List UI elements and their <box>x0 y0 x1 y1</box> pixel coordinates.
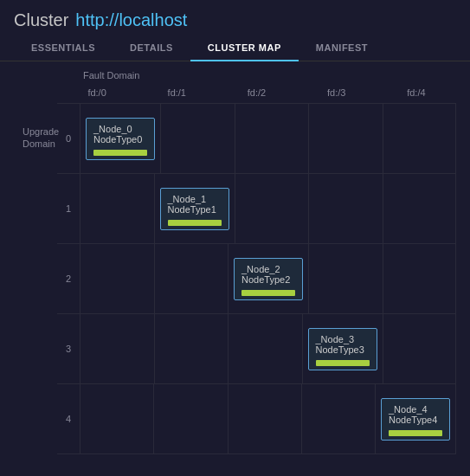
node-type-4: NodeType4 <box>389 415 437 425</box>
cell-2-4 <box>383 244 457 313</box>
cell-0-2 <box>235 104 309 173</box>
col-header-1: fd:/1 <box>137 84 216 101</box>
grid-row-1: 1 _Node_1 NodeType1 <box>57 173 456 243</box>
cell-4-2 <box>228 384 301 453</box>
cell-3-0 <box>80 314 154 383</box>
nav-details[interactable]: DETAILS <box>113 35 190 61</box>
nav-essentials[interactable]: ESSENTIALS <box>14 35 113 61</box>
col-header-2: fd:/2 <box>216 84 296 101</box>
cell-1-0 <box>80 174 154 243</box>
row-1-cells: _Node_1 NodeType1 <box>80 174 456 243</box>
cell-1-3 <box>308 174 383 243</box>
node-card-3[interactable]: _Node_3 NodeType3 <box>308 328 377 370</box>
cell-4-3 <box>301 384 375 453</box>
cell-0-0: _Node_0 NodeType0 <box>80 104 160 173</box>
upgrade-domain-text-line1: Upgrade <box>23 125 48 138</box>
cell-0-1 <box>160 104 235 173</box>
cell-4-0 <box>80 384 153 453</box>
cell-2-0 <box>80 244 154 313</box>
node-type-3: NodeType3 <box>316 344 364 355</box>
grid-area: fd:/0 fd:/1 fd:/2 fd:/3 fd:/4 0 _Node_0 … <box>57 84 456 454</box>
column-headers: fd:/0 fd:/1 fd:/2 fd:/3 fd:/4 <box>57 84 456 101</box>
row-label-3: 3 <box>57 314 80 383</box>
node-bar-4 <box>389 430 442 436</box>
nav-manifest[interactable]: MANIFEST <box>299 35 385 61</box>
node-name-1: _Node_1 <box>168 194 207 204</box>
node-bar-2 <box>241 290 295 296</box>
cell-2-3 <box>308 244 383 313</box>
row-4-cells: _Node_4 NodeType4 <box>80 384 456 453</box>
upgrade-domain-label: Upgrade Domain <box>14 84 57 454</box>
node-type-0: NodeType0 <box>93 134 142 145</box>
node-card-1[interactable]: _Node_1 NodeType1 <box>160 188 229 230</box>
node-name-3: _Node_3 <box>316 334 355 344</box>
node-card-4[interactable]: _Node_4 NodeType4 <box>381 398 450 441</box>
cell-3-2 <box>228 314 302 383</box>
cell-0-3 <box>308 104 383 173</box>
node-card-0[interactable]: _Node_0 NodeType0 <box>86 118 155 160</box>
col-header-4: fd:/4 <box>377 84 456 101</box>
row-label-0: 0 <box>57 104 80 173</box>
header-url: http://localhost <box>75 10 187 30</box>
navigation-bar: ESSENTIALS DETAILS CLUSTER MAP MANIFEST <box>0 35 470 61</box>
cell-3-1 <box>154 314 229 383</box>
row-0-cells: _Node_0 NodeType0 <box>80 104 456 173</box>
grid-row-4: 4 _Node_4 NodeType4 <box>57 383 456 454</box>
cell-3-4 <box>383 314 457 383</box>
node-name-4: _Node_4 <box>389 404 428 415</box>
cell-4-1 <box>153 384 227 453</box>
cell-1-4 <box>383 174 457 243</box>
row-3-cells: _Node_3 NodeType3 <box>80 314 456 383</box>
cell-1-2 <box>235 174 309 243</box>
node-type-2: NodeType2 <box>241 274 290 285</box>
row-label-1: 1 <box>57 174 80 243</box>
node-bar-3 <box>316 360 370 366</box>
node-name-0: _Node_0 <box>93 124 132 134</box>
row-label-4: 4 <box>57 384 80 453</box>
main-content: Fault Domain Upgrade Domain fd:/0 fd:/1 … <box>0 61 470 463</box>
header-cluster-label: Cluster <box>14 10 68 30</box>
fault-domain-label: Fault Domain <box>83 70 456 80</box>
grid-row-2: 2 _Node_2 NodeType2 <box>57 243 456 313</box>
cell-4-4: _Node_4 NodeType4 <box>375 384 456 453</box>
node-name-2: _Node_2 <box>241 264 280 274</box>
cell-0-4 <box>383 104 457 173</box>
col-header-3: fd:/3 <box>297 84 377 101</box>
node-bar-1 <box>168 220 222 226</box>
upgrade-domain-text-line2: Domain <box>23 138 48 150</box>
nav-cluster-map[interactable]: CLUSTER MAP <box>190 35 299 61</box>
page-header: Cluster http://localhost <box>0 0 470 35</box>
cluster-grid-wrapper: Upgrade Domain fd:/0 fd:/1 fd:/2 fd:/3 f… <box>14 84 456 454</box>
node-type-1: NodeType1 <box>168 204 216 215</box>
cell-1-1: _Node_1 NodeType1 <box>154 174 235 243</box>
node-card-2[interactable]: _Node_2 NodeType2 <box>234 258 303 300</box>
grid-row-3: 3 _Node_3 NodeType3 <box>57 313 456 383</box>
grid-row-0: 0 _Node_0 NodeType0 <box>57 103 456 173</box>
cell-3-3: _Node_3 NodeType3 <box>302 314 383 383</box>
cell-2-1 <box>154 244 229 313</box>
grid-rows: 0 _Node_0 NodeType0 <box>57 103 456 454</box>
row-2-cells: _Node_2 NodeType2 <box>80 244 456 313</box>
col-header-0: fd:/0 <box>57 84 137 101</box>
node-bar-0 <box>93 150 147 156</box>
cell-2-2: _Node_2 NodeType2 <box>228 244 308 313</box>
row-label-2: 2 <box>57 244 80 313</box>
